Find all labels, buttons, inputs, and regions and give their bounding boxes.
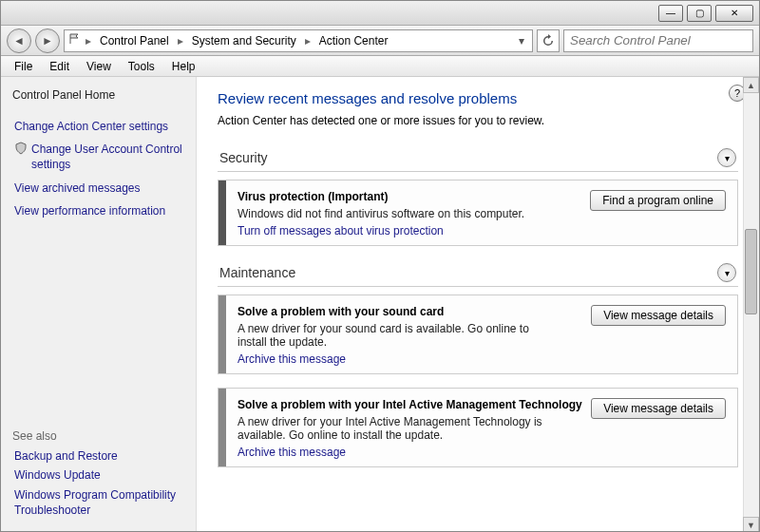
sidebar-link-label: View archived messages: [14, 180, 141, 196]
scrollbar[interactable]: ▲ ▼: [743, 77, 759, 532]
seealso-backup[interactable]: Backup and Restore: [14, 448, 184, 464]
menu-file[interactable]: File: [7, 58, 40, 75]
breadcrumb-dropdown[interactable]: ▾: [515, 34, 528, 48]
chevron-right-icon: ▸: [176, 34, 185, 48]
menu-bar: File Edit View Tools Help: [1, 56, 759, 77]
refresh-button[interactable]: [537, 29, 560, 52]
close-button[interactable]: ✕: [715, 5, 753, 22]
chevron-down-icon[interactable]: ▾: [717, 148, 736, 167]
find-program-button[interactable]: Find a program online: [590, 190, 726, 211]
title-bar: — ▢ ✕: [1, 1, 759, 26]
severity-stripe: [218, 295, 226, 373]
card-description: A new driver for your Intel Active Manag…: [238, 415, 551, 442]
sidebar-link-label: Change Action Center settings: [14, 119, 168, 134]
chevron-right-icon: ▸: [303, 34, 313, 48]
seealso-label: Backup and Restore: [14, 448, 118, 464]
scroll-thumb[interactable]: [745, 229, 757, 314]
section-title: Maintenance: [219, 265, 295, 280]
shield-icon: [14, 142, 28, 155]
menu-edit[interactable]: Edit: [42, 58, 77, 75]
breadcrumb[interactable]: ▸ Control Panel ▸ System and Security ▸ …: [64, 29, 533, 52]
breadcrumb-seg-system-security[interactable]: System and Security: [187, 33, 301, 48]
card-description: Windows did not find antivirus software …: [238, 207, 551, 220]
view-details-button[interactable]: View message details: [591, 398, 726, 419]
view-details-button[interactable]: View message details: [591, 305, 726, 326]
content-pane: ? Review recent messages and resolve pro…: [197, 77, 759, 532]
card-archive-link[interactable]: Archive this message: [238, 352, 346, 366]
sidebar-link-archived[interactable]: View archived messages: [14, 180, 184, 196]
see-also-heading: See also: [12, 429, 184, 443]
sidebar-link-change-settings[interactable]: Change Action Center settings: [14, 119, 184, 134]
menu-view[interactable]: View: [79, 58, 119, 75]
severity-stripe: [218, 180, 226, 245]
menu-help[interactable]: Help: [164, 58, 203, 75]
maximize-button[interactable]: ▢: [687, 5, 712, 22]
sidebar: Control Panel Home Change Action Center …: [1, 77, 197, 532]
seealso-compat-troubleshooter[interactable]: Windows Program Compatibility Troublesho…: [14, 487, 184, 518]
scroll-down-icon[interactable]: ▼: [743, 517, 759, 532]
intro-text: Action Center has detected one or more i…: [218, 114, 738, 127]
chevron-right-icon: ▸: [84, 34, 93, 48]
chevron-down-icon[interactable]: ▾: [717, 263, 736, 282]
minimize-button[interactable]: —: [658, 5, 683, 22]
page-title: Review recent messages and resolve probl…: [218, 90, 738, 106]
see-also-section: See also Backup and Restore Windows Upda…: [12, 424, 184, 522]
sidebar-link-label: Change User Account Control settings: [31, 142, 184, 172]
scroll-up-icon[interactable]: ▲: [743, 77, 759, 93]
security-card-virus: Virus protection (Important) Windows did…: [218, 180, 738, 246]
address-bar: ◄ ► ▸ Control Panel ▸ System and Securit…: [1, 26, 759, 56]
seealso-windows-update[interactable]: Windows Update: [14, 467, 184, 483]
section-title: Security: [219, 150, 268, 165]
sidebar-link-uac[interactable]: Change User Account Control settings: [14, 142, 184, 172]
sidebar-link-label: View performance information: [14, 203, 165, 218]
breadcrumb-seg-control-panel[interactable]: Control Panel: [95, 33, 174, 48]
maintenance-card-sound: Solve a problem with your sound card A n…: [218, 294, 738, 374]
severity-stripe: [218, 389, 226, 466]
search-input[interactable]: [563, 29, 753, 52]
sidebar-home-link[interactable]: Control Panel Home: [12, 88, 184, 102]
back-button[interactable]: ◄: [7, 28, 31, 53]
section-maintenance-header[interactable]: Maintenance ▾: [218, 259, 738, 287]
card-turn-off-link[interactable]: Turn off messages about virus protection: [238, 224, 444, 238]
seealso-label: Windows Update: [14, 467, 101, 483]
flag-icon: [68, 32, 82, 48]
card-archive-link[interactable]: Archive this message: [238, 446, 346, 459]
sidebar-link-performance[interactable]: View performance information: [14, 203, 184, 218]
maintenance-card-intel-amt: Solve a problem with your Intel Active M…: [218, 388, 738, 467]
section-security-header[interactable]: Security ▾: [218, 144, 738, 172]
menu-tools[interactable]: Tools: [121, 58, 162, 75]
breadcrumb-seg-action-center[interactable]: Action Center: [314, 33, 393, 48]
forward-button[interactable]: ►: [35, 28, 60, 53]
card-description: A new driver for your sound card is avai…: [238, 322, 551, 349]
seealso-label: Windows Program Compatibility Troublesho…: [14, 487, 184, 518]
